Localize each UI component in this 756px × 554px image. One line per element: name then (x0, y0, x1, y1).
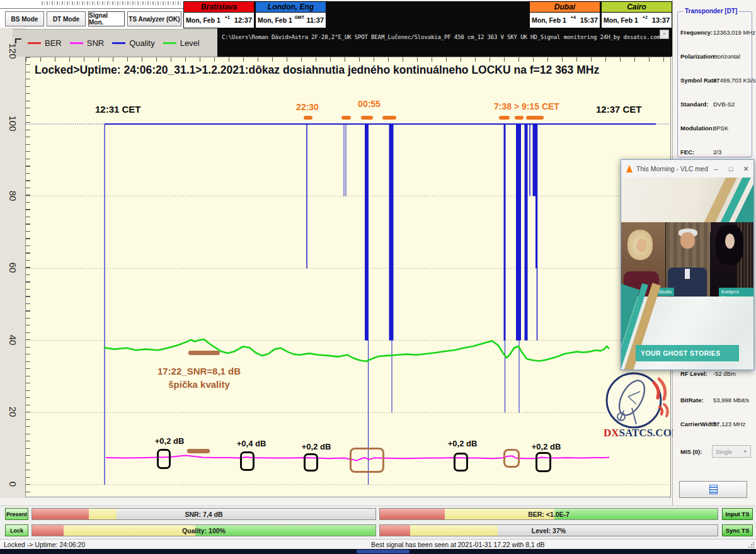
clock-utc-offset: GMT (292, 15, 307, 20)
clock-cairo: CairoMon, Feb 1+213:37 (601, 1, 672, 28)
field-value: 37,123 MHz (713, 421, 745, 427)
console-path-text: C:\Users\Roman Dávid>Astra 2F-28,2°E_UK … (222, 34, 663, 40)
vlc-video-area[interactable]: Studio Evelyn's House YOUR GHOST STORIES (621, 178, 753, 370)
highlight-dash-brown (188, 351, 220, 355)
status-uptime: Locked -> Uptime: 24:06:20 (4, 541, 85, 548)
snr-delta-label: +0,2 dB (448, 439, 478, 448)
list-icon (709, 485, 718, 494)
clock-date: Mon, Feb 1 (258, 16, 292, 24)
clock-city: Bratislava (184, 2, 254, 13)
minimize-button[interactable]: – (708, 165, 723, 172)
app-window: BS ModeDT ModeSignal Mon.TS Analyzer (OK… (0, 0, 756, 554)
snr-peak-annotation: 17:22_SNR=8,1 dBšpička kvality (158, 365, 241, 391)
top-tick-marks (26, 57, 671, 62)
signal-chart: Locked>Uptime: 24:06:20_31.1>1.2.2021:dô… (25, 57, 671, 497)
legend-item-level: Level (163, 38, 200, 48)
clock-london-eng: London, EngMon, Feb 1GMT11:37 (255, 1, 326, 28)
legend-label: SNR (87, 38, 104, 48)
y-axis-label-120: 120 (0, 43, 28, 59)
logo-dx: DX (604, 427, 619, 439)
clock-date: Mon, Feb 1 (186, 16, 220, 24)
legend-color-dash (28, 42, 41, 44)
time-label: 12:37 CET (596, 104, 642, 115)
chart-legend: BERSNRQualityLevel (13, 29, 217, 57)
highlight-box-black (240, 451, 255, 471)
outage-mark (361, 116, 373, 120)
legend-label: Quality (129, 38, 154, 48)
tab-signal-mon-[interactable]: Signal Mon. (88, 11, 125, 26)
maximize-button[interactable]: □ (723, 165, 738, 172)
taskbar-item[interactable] (357, 550, 410, 553)
mis-dropdown[interactable]: Single ▼ (712, 445, 751, 458)
meter-quality: Quality: 100% (32, 524, 376, 536)
time-label: 12:31 CET (95, 104, 141, 115)
clock-time: 12:37 (234, 16, 252, 24)
lock-indicator-button[interactable]: Lock (5, 524, 28, 536)
truncated-title-text (42, 1, 183, 5)
meter-ber: BER: <1.0E-7 (379, 508, 718, 520)
field-value: 53,998 Mbit/s (713, 397, 749, 404)
clock-utc-offset: +1 (220, 15, 234, 20)
snr-delta-label: +0,2 dB (155, 436, 185, 446)
clock-utc-offset: +4 (566, 15, 580, 20)
resize-grip[interactable] (748, 542, 754, 548)
clock-city: Cairo (602, 2, 672, 13)
field-value: 2/3 (713, 149, 721, 155)
field-label: Frequency: (680, 29, 713, 36)
y-axis-label-80: 80 (0, 188, 28, 204)
highlight-box-black (157, 449, 171, 469)
field-value: DVB-S2 (713, 101, 735, 108)
meter-snr: SNR: 7,4 dB (32, 508, 376, 520)
tab-dt-mode[interactable]: DT Mode (47, 11, 86, 26)
field-label: Modulation: (680, 125, 714, 132)
mis-value: Single (716, 448, 732, 455)
tab-ts-analyzer-ok-[interactable]: TS Analyzer (OK) (127, 11, 181, 26)
outage-mark (499, 116, 510, 120)
y-axis-label-20: 20 (0, 404, 28, 420)
legend-color-dash (70, 42, 83, 44)
tab-bs-mode[interactable]: BS Mode (5, 11, 44, 26)
clock-date: Mon, Feb 1 (604, 16, 638, 24)
transport-list-button[interactable] (679, 481, 747, 498)
vlc-window-title: This Morning - VLC media ... (636, 165, 708, 172)
video-lower-third-backdrop: YOUR GHOST STORIES (621, 297, 753, 370)
highlight-box-black (536, 452, 551, 472)
console-scroll-up-button[interactable]: ^ (660, 30, 669, 39)
meter-text: Quality: 100% (32, 525, 375, 536)
field-value: Horizontal (713, 53, 740, 60)
vlc-titlebar[interactable]: This Morning - VLC media ... – □ ✕ (621, 160, 753, 178)
meter-level: Level: 37% (379, 524, 718, 536)
world-clocks-right: DubaiMon, Feb 1+415:37CairoMon, Feb 1+21… (529, 1, 673, 28)
clock-city: London, Eng (256, 2, 326, 13)
mode-tabs: BS ModeDT ModeSignal Mon.TS Analyzer (OK… (0, 9, 184, 29)
signal-chart-canvas (26, 57, 671, 497)
video-studio-backdrop (621, 178, 753, 222)
y-axis-label-40: 40 (0, 332, 28, 348)
clock-time: 13:37 (652, 16, 670, 24)
y-axis-label-100: 100 (0, 115, 28, 132)
outage-mark (526, 116, 544, 120)
clock-date: Mon, Feb 1 (532, 16, 566, 24)
taskbar-strip (0, 549, 756, 554)
ghost-stories-banner: YOUR GHOST STORIES (636, 345, 739, 361)
status-best-signal: Best signal has been seen at 2021-01-31 … (371, 541, 545, 548)
snr-delta-label: +0,2 dB (532, 442, 561, 451)
vlc-window: This Morning - VLC media ... – □ ✕ Studi… (621, 159, 754, 370)
y-axis-label-60: 60 (0, 259, 28, 276)
video-panel-presenter-2 (666, 222, 710, 297)
input-ts-button[interactable]: Input TS (722, 508, 753, 520)
highlight-box-brown (350, 448, 384, 473)
sync-ts-button[interactable]: Sync TS (722, 524, 753, 536)
time-label: 22:30 (296, 102, 319, 112)
snr-delta-label: +0,2 dB (302, 442, 331, 451)
clock-utc-offset: +2 (638, 15, 652, 20)
clock-time: 11:37 (306, 16, 324, 24)
present-indicator-button[interactable]: Present (5, 508, 28, 520)
window-title-strip (0, 0, 184, 9)
time-label: 00:55 (358, 99, 381, 109)
close-button[interactable]: ✕ (738, 165, 753, 173)
field-label: FEC: (680, 149, 694, 155)
outage-mark (515, 116, 524, 120)
clock-city: Dubai (530, 2, 600, 13)
field-value: -52 dBm (713, 370, 736, 377)
